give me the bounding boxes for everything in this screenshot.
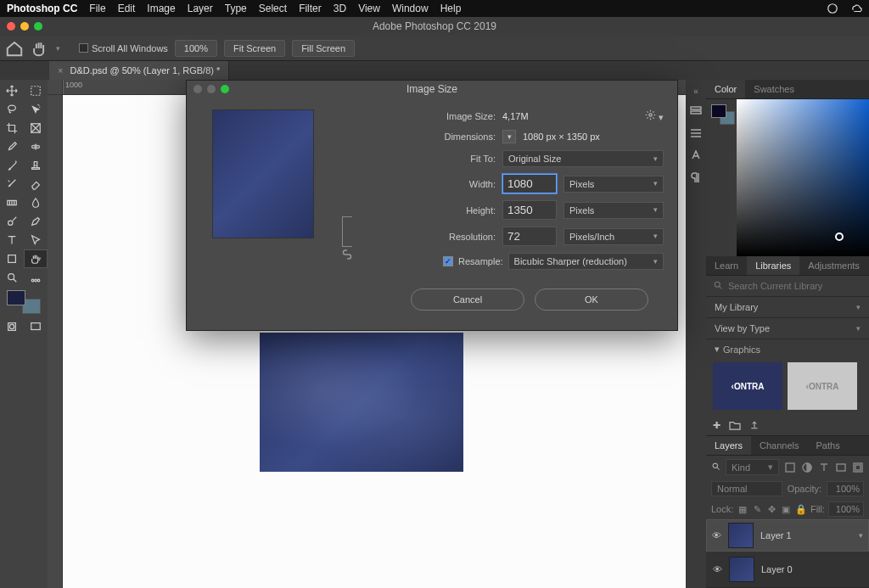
marquee-tool[interactable] [24,81,48,100]
menu-filter[interactable]: Filter [299,3,322,14]
fill-opacity-input[interactable]: 100% [828,501,864,517]
menu-layer[interactable]: Layer [188,3,213,14]
brush-tool[interactable] [0,156,24,175]
library-selector[interactable]: My Library ▾ [706,297,869,318]
library-asset[interactable]: ‹ONTRA [713,362,782,410]
layer-name[interactable]: Layer 1 [760,530,792,540]
move-tool[interactable] [0,81,24,100]
lasso-tool[interactable] [0,100,24,119]
layer-thumbnail[interactable] [729,557,754,582]
library-section-graphics[interactable]: ▾ Graphics [706,339,869,359]
cancel-button[interactable]: Cancel [411,288,524,311]
library-view-mode[interactable]: View by Type ▾ [706,318,869,339]
dialog-titlebar[interactable]: Image Size [187,81,677,98]
filter-smart-icon[interactable] [852,462,864,473]
filter-adjust-icon[interactable] [801,462,813,473]
close-tab-icon[interactable]: × [58,65,63,76]
resample-method-select[interactable]: Bicubic Sharper (reduction) [508,253,664,270]
menu-3d[interactable]: 3D [334,3,346,14]
library-search-input[interactable] [728,281,862,291]
visibility-toggle-icon[interactable]: 👁 [712,530,721,540]
eraser-tool[interactable] [24,175,48,193]
menu-type[interactable]: Type [225,3,247,14]
preview-image[interactable] [212,109,314,238]
filter-shape-icon[interactable] [835,462,847,473]
tool-preset-dropdown[interactable]: ▾ [56,44,60,53]
menu-file[interactable]: File [89,3,105,14]
ok-button[interactable]: OK [535,288,648,311]
fill-screen-button[interactable]: Fill Screen [292,40,355,57]
resolution-input[interactable] [502,227,557,246]
filter-type-icon[interactable] [818,462,830,473]
color-panel-fgbg[interactable] [711,104,735,125]
lock-paint-icon[interactable]: ✎ [751,504,762,515]
path-select-tool[interactable] [24,231,48,249]
resolution-unit-select[interactable]: Pixels/Inch [563,228,664,245]
menu-view[interactable]: View [358,3,380,14]
zoom-level-button[interactable]: 100% [175,40,217,57]
screen-mode-toggle[interactable] [24,317,48,336]
width-unit-select[interactable]: Pixels [563,176,664,193]
visibility-toggle-icon[interactable]: 👁 [713,564,722,574]
upload-asset-icon[interactable] [749,420,760,432]
frame-tool[interactable] [24,119,48,137]
foreground-color-swatch[interactable] [7,290,25,305]
document-tab[interactable]: × D&D.psd @ 50% (Layer 1, RGB/8) * [49,61,229,80]
tab-paths[interactable]: Paths [808,436,849,455]
height-input[interactable] [502,200,557,220]
tab-learn[interactable]: Learn [706,256,747,275]
lock-trans-icon[interactable]: ▦ [737,504,748,515]
hand-tool-icon[interactable] [31,39,49,58]
zoom-tool[interactable] [0,268,24,287]
quick-select-tool[interactable] [24,100,48,119]
constrain-proportions[interactable] [341,159,353,311]
blend-mode-select[interactable]: Normal [711,481,782,496]
opacity-input[interactable]: 100% [827,481,864,496]
history-panel-icon[interactable] [689,104,703,118]
cc-status-icon[interactable] [827,3,838,14]
dodge-tool[interactable] [0,212,24,231]
quick-mask-toggle[interactable] [0,317,24,336]
gradient-tool[interactable] [0,193,24,212]
lock-pos-icon[interactable]: ✥ [766,504,777,515]
tab-color[interactable]: Color [706,80,745,98]
menu-image[interactable]: Image [147,3,175,14]
shape-tool[interactable] [0,249,24,268]
panel-collapse-toggle[interactable]: « [693,87,698,96]
add-asset-icon[interactable]: ✚ [713,420,720,432]
home-icon[interactable] [5,39,24,58]
layer-filter-kind[interactable]: Kind▾ [726,459,779,475]
paragraph-panel-icon[interactable] [689,171,703,184]
color-picker-field[interactable] [737,99,869,256]
blur-tool[interactable] [24,193,48,212]
width-input[interactable] [502,174,557,193]
tab-channels[interactable]: Channels [751,436,807,455]
library-asset[interactable]: ‹ONTRA [788,362,857,410]
type-tool[interactable] [0,231,24,249]
healing-tool[interactable] [24,137,48,156]
misc-tool[interactable] [24,268,48,287]
tab-swatches[interactable]: Swatches [745,80,803,98]
fit-screen-button[interactable]: Fit Screen [224,40,285,57]
vertical-ruler[interactable] [48,95,63,588]
character-panel-icon[interactable] [689,148,703,162]
scroll-all-windows-checkbox[interactable]: Scroll All Windows [79,43,168,53]
stamp-tool[interactable] [24,156,48,175]
hand-tool[interactable] [24,249,48,268]
properties-panel-icon[interactable] [689,126,703,140]
ruler-origin[interactable] [48,80,63,95]
history-brush-tool[interactable] [0,175,24,193]
lock-all-icon[interactable]: 🔒 [795,504,807,515]
layer-name[interactable]: Layer 0 [761,564,793,574]
add-folder-icon[interactable] [729,420,741,432]
library-search[interactable] [706,276,869,297]
layer-row[interactable]: 👁 Layer 0 [706,552,869,588]
menu-help[interactable]: Help [440,3,462,14]
menu-select[interactable]: Select [259,3,287,14]
lock-artboard-icon[interactable]: ▣ [781,504,792,515]
layer-row[interactable]: 👁 Layer 1 [706,519,869,552]
gear-icon[interactable]: ▾ [645,109,664,123]
filter-pixel-icon[interactable] [784,462,796,473]
height-unit-select[interactable]: Pixels [563,202,664,219]
pen-tool[interactable] [24,212,48,231]
